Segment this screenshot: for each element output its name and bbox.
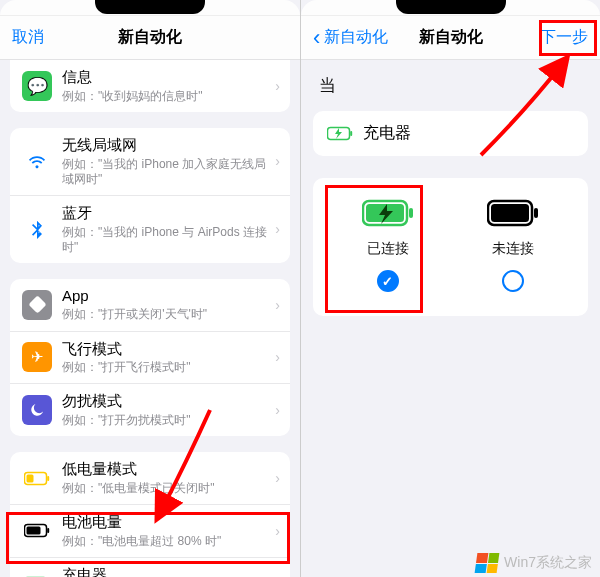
automation-list: 💬 信息 例如："收到妈妈的信息时" › 无线局域网 xyxy=(0,60,300,577)
navbar-right: ‹ 新自动化 新自动化 下一步 xyxy=(301,16,600,60)
row-subtitle: 例如："收到妈妈的信息时" xyxy=(62,89,269,104)
chevron-right-icon: › xyxy=(275,78,280,94)
wifi-icon xyxy=(26,150,48,172)
row-subtitle: 例如："当我的 iPhone 加入家庭无线局域网时" xyxy=(62,157,269,187)
chat-icon: 💬 xyxy=(27,76,48,97)
battery-full-icon xyxy=(487,198,539,228)
row-subtitle: 例如："当我的 iPhone 与 AirPods 连接时" xyxy=(62,225,269,255)
chevron-right-icon: › xyxy=(275,221,280,237)
row-title: 充电器 xyxy=(62,566,269,577)
chevron-right-icon: › xyxy=(275,297,280,313)
row-wifi[interactable]: 无线局域网 例如："当我的 iPhone 加入家庭无线局域网时" › xyxy=(10,128,290,195)
chevron-right-icon: › xyxy=(275,402,280,418)
airplane-icon: ✈ xyxy=(31,348,44,366)
row-airplane[interactable]: ✈ 飞行模式 例如："打开飞行模式时" › xyxy=(10,331,290,384)
row-subtitle: 例如："打开飞行模式时" xyxy=(62,360,269,375)
row-title: 飞行模式 xyxy=(62,340,269,359)
row-title: 信息 xyxy=(62,68,269,87)
row-subtitle: 例如："电池电量超过 80% 时" xyxy=(62,534,269,549)
svg-rect-1 xyxy=(47,476,49,481)
trigger-card-charger: 充电器 xyxy=(313,111,588,156)
watermark: Win7系统之家 xyxy=(476,553,592,573)
row-app[interactable]: App 例如："打开或关闭'天气'时" › xyxy=(10,279,290,331)
svg-rect-4 xyxy=(47,528,49,533)
row-title: 电池电量 xyxy=(62,513,269,532)
chevron-left-icon: ‹ xyxy=(313,27,320,49)
option-label: 已连接 xyxy=(367,240,409,258)
battery-icon xyxy=(24,523,50,538)
chevron-right-icon: › xyxy=(275,470,280,486)
navbar-left: 取消 新自动化 xyxy=(0,16,300,60)
row-low-power[interactable]: 低电量模式 例如："低电量模式已关闭时" › xyxy=(10,452,290,504)
row-title: App xyxy=(62,287,269,306)
row-bluetooth[interactable]: 蓝牙 例如："当我的 iPhone 与 AirPods 连接时" › xyxy=(10,195,290,263)
device-chrome xyxy=(301,0,600,16)
option-label: 未连接 xyxy=(492,240,534,258)
charger-options: 已连接 未连接 xyxy=(313,178,588,316)
bluetooth-icon xyxy=(27,219,47,239)
row-battery-level[interactable]: 电池电量 例如："电池电量超过 80% 时" › xyxy=(10,504,290,557)
row-title: 勿扰模式 xyxy=(62,392,269,411)
svg-rect-2 xyxy=(27,474,34,482)
row-subtitle: 例如："打开勿扰模式时" xyxy=(62,413,269,428)
pane-automation-list: 取消 新自动化 💬 信息 例如："收到妈妈的信息时" › xyxy=(0,0,300,577)
option-disconnected[interactable]: 未连接 xyxy=(453,198,573,292)
row-subtitle: 例如："打开或关闭'天气'时" xyxy=(62,307,269,322)
row-charger[interactable]: 充电器 例如："iPhone 接入电源时" › xyxy=(10,557,290,577)
row-title: 低电量模式 xyxy=(62,460,269,479)
row-dnd[interactable]: 勿扰模式 例如："打开勿扰模式时" › xyxy=(10,383,290,436)
chevron-right-icon: › xyxy=(275,153,280,169)
back-button[interactable]: 新自动化 xyxy=(324,27,388,48)
row-title: 蓝牙 xyxy=(62,204,269,223)
radio-selected[interactable] xyxy=(377,270,399,292)
app-icon xyxy=(28,295,46,313)
watermark-text: Win7系统之家 xyxy=(504,554,592,572)
charger-icon xyxy=(327,126,353,141)
svg-rect-11 xyxy=(409,208,413,218)
svg-rect-9 xyxy=(350,131,352,136)
when-label: 当 xyxy=(301,60,600,103)
svg-rect-15 xyxy=(491,204,529,222)
row-title: 无线局域网 xyxy=(62,136,269,155)
cancel-button[interactable]: 取消 xyxy=(12,27,44,48)
low-power-icon xyxy=(24,471,50,486)
device-chrome xyxy=(0,0,300,16)
next-button[interactable]: 下一步 xyxy=(540,27,588,48)
row-subtitle: 例如："低电量模式已关闭时" xyxy=(62,481,269,496)
moon-icon xyxy=(28,401,46,419)
chevron-right-icon: › xyxy=(275,349,280,365)
windows-flag-icon xyxy=(475,553,500,573)
chevron-right-icon: › xyxy=(275,523,280,539)
svg-rect-14 xyxy=(534,208,538,218)
trigger-title: 充电器 xyxy=(363,123,411,144)
row-messages[interactable]: 💬 信息 例如："收到妈妈的信息时" › xyxy=(10,60,290,112)
battery-charging-icon xyxy=(362,198,414,228)
radio-unselected[interactable] xyxy=(502,270,524,292)
svg-rect-5 xyxy=(27,527,41,535)
pane-charger-config: ‹ 新自动化 新自动化 下一步 当 充电器 已连接 xyxy=(300,0,600,577)
option-connected[interactable]: 已连接 xyxy=(328,198,448,292)
